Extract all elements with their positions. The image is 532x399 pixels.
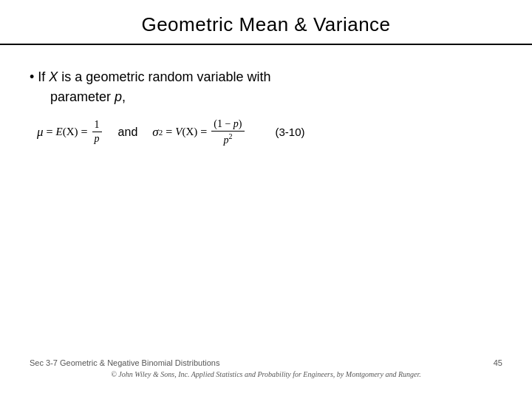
equation-number: (3-10) [276, 126, 305, 138]
and-text: and [118, 126, 138, 139]
footer-copyright: © John Wiley & Sons, Inc. Applied Statis… [111, 370, 421, 378]
slide: Geometric Mean & Variance If X is a geom… [0, 0, 532, 399]
footer-page-number: 45 [494, 358, 502, 367]
slide-title: Geometric Mean & Variance [141, 13, 390, 35]
bullet-line1: If X is a geometric random variable with [30, 69, 270, 84]
variable-p: p [115, 89, 122, 104]
bullet-line2: parameter p, [50, 87, 502, 107]
title-bar: Geometric Mean & Variance [0, 0, 532, 45]
variable-X: X [49, 69, 58, 84]
footer-section-label: Sec 3-7 Geometric & Negative Binomial Di… [30, 358, 219, 367]
bullet-text: If X is a geometric random variable with… [30, 67, 502, 107]
formula-container: μ = E (X) = 1 p and σ 2 = V (X) = [37, 118, 502, 146]
footer-top: Sec 3-7 Geometric & Negative Binomial Di… [0, 358, 532, 367]
footer: Sec 3-7 Geometric & Negative Binomial Di… [0, 358, 532, 378]
formula-sigma: σ 2 = V (X) = (1 − p) p2 [152, 118, 245, 146]
content-area: If X is a geometric random variable with… [0, 45, 532, 399]
formula-mu: μ = E (X) = 1 p [37, 119, 103, 145]
